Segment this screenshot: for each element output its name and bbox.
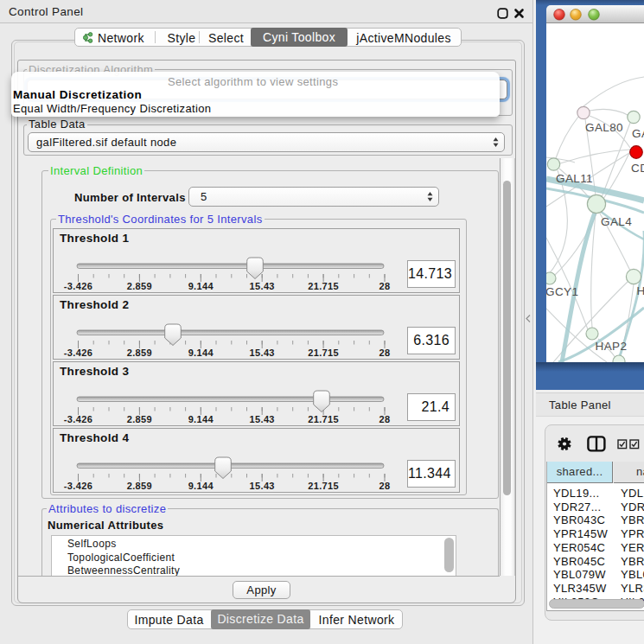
svg-text:GAL4: GAL4: [601, 215, 632, 228]
svg-text:GCY1: GCY1: [546, 285, 578, 298]
svg-text:HAP2: HAP2: [596, 340, 628, 353]
svg-text:GAL80: GAL80: [585, 121, 623, 134]
svg-text:GAL: GAL: [632, 127, 644, 140]
svg-text:GAL11: GAL11: [556, 172, 593, 185]
svg-text:CD: CD: [631, 162, 644, 175]
svg-text:HIS: HIS: [637, 284, 644, 297]
